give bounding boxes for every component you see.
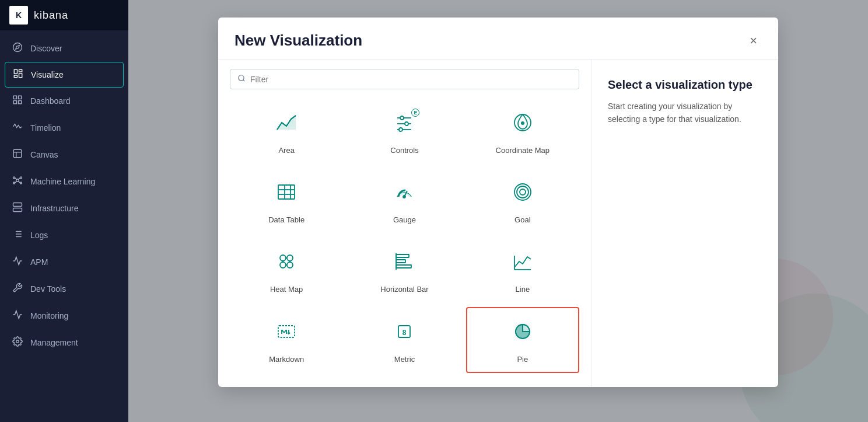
viz-label-controls: Controls (390, 146, 418, 155)
svg-rect-10 (13, 149, 22, 158)
viz-label-heat-map: Heat Map (270, 285, 303, 294)
canvas-icon (12, 148, 23, 161)
sidebar-item-infrastructure[interactable]: Infrastructure (0, 195, 128, 222)
svg-point-53 (520, 189, 526, 195)
sidebar-label-canvas: Canvas (30, 150, 58, 159)
viz-item-heat-map[interactable]: Heat Map (230, 238, 343, 302)
list-icon (12, 229, 23, 242)
kibana-logo-icon: K (9, 6, 28, 25)
modal-header: New Visualization × (218, 18, 778, 60)
modal-title: New Visualization (235, 32, 362, 50)
svg-point-0 (13, 43, 22, 52)
viz-label-coordinate-map: Coordinate Map (496, 146, 550, 155)
viz-item-horizontal-bar[interactable]: Horizontal Bar (348, 238, 461, 302)
svg-point-41 (399, 128, 402, 131)
metric-icon-wrap: 8 (393, 320, 416, 350)
sidebar-item-discover[interactable]: Discover (0, 35, 128, 62)
viz-item-markdown[interactable]: Markdown (230, 307, 343, 373)
coordinate-map-icon-wrap (511, 111, 534, 141)
sidebar-label-logs: Logs (30, 231, 48, 240)
sidebar-item-devtools[interactable]: Dev Tools (0, 275, 128, 302)
viz-item-pie[interactable]: Pie (466, 307, 579, 373)
goal-icon-wrap (511, 180, 534, 211)
monitor-icon (12, 309, 23, 322)
svg-marker-1 (16, 46, 19, 49)
viz-item-area[interactable]: Area (230, 99, 343, 163)
viz-item-coordinate-map[interactable]: Coordinate Map (466, 99, 579, 163)
sidebar-item-logs[interactable]: Logs (0, 222, 128, 249)
svg-line-18 (15, 178, 17, 180)
gauge-icon-wrap (393, 180, 416, 211)
viz-label-area: Area (278, 146, 294, 155)
sidebar-item-machine-learning[interactable]: Machine Learning (0, 168, 128, 195)
sidebar-label-visualize: Visualize (31, 70, 64, 79)
viz-label-pie: Pie (517, 355, 528, 364)
sidebar-label-timelion: Timelion (30, 123, 61, 132)
viz-grid: Area (218, 99, 591, 378)
sidebar-label-apm: APM (30, 257, 48, 267)
controls-icon-wrap: E (393, 111, 416, 141)
svg-rect-7 (19, 96, 22, 99)
viz-label-markdown: Markdown (269, 355, 304, 364)
filter-input[interactable] (250, 75, 572, 84)
sidebar-label-infrastructure: Infrastructure (30, 204, 78, 213)
svg-point-39 (405, 122, 408, 125)
svg-point-32 (16, 340, 19, 343)
sidebar-item-canvas[interactable]: Canvas (0, 141, 128, 168)
horizontal-bar-icon-wrap (393, 250, 416, 280)
svg-rect-6 (13, 96, 16, 99)
heat-map-icon-wrap (275, 250, 298, 280)
ml-icon (12, 175, 23, 188)
svg-rect-4 (19, 74, 22, 78)
viz-label-goal: Goal (514, 215, 530, 224)
svg-line-21 (19, 182, 20, 183)
viz-row-1: Area (230, 99, 579, 163)
sidebar-item-monitoring[interactable]: Monitoring (0, 302, 128, 329)
viz-item-controls[interactable]: E Controls (348, 99, 461, 163)
viz-panel: Area (218, 60, 592, 387)
svg-rect-64 (396, 265, 411, 268)
sidebar-item-visualize[interactable]: Visualize (5, 62, 124, 88)
viz-item-metric[interactable]: 8 Metric (348, 307, 461, 373)
svg-line-19 (19, 178, 20, 180)
sidebar-item-dashboard[interactable]: Dashboard (0, 88, 128, 114)
svg-point-43 (521, 121, 524, 125)
modal-close-button[interactable]: × (745, 32, 762, 50)
svg-point-15 (20, 177, 22, 179)
modal-overlay: New Visualization × (128, 0, 868, 422)
svg-rect-44 (278, 185, 295, 199)
sidebar-label-devtools: Dev Tools (30, 284, 66, 294)
main-content: New Visualization × (128, 0, 868, 422)
data-table-icon-wrap (275, 180, 298, 211)
svg-point-56 (280, 262, 286, 268)
info-panel: Select a visualization type Start creati… (592, 60, 778, 387)
search-icon (237, 74, 246, 84)
viz-row-3: Heat Map (230, 238, 579, 302)
viz-row-4: Markdown 8 Metric (230, 307, 579, 373)
area-icon-wrap (275, 111, 298, 141)
viz-item-gauge[interactable]: Gauge (348, 168, 461, 233)
sidebar-label-dashboard: Dashboard (30, 96, 71, 106)
svg-rect-22 (13, 203, 22, 207)
wrench-icon (12, 283, 23, 295)
viz-search-bar[interactable] (230, 69, 579, 89)
svg-rect-63 (396, 260, 405, 263)
compass-icon (12, 42, 23, 55)
svg-text:8: 8 (402, 329, 407, 337)
sidebar-item-management[interactable]: Management (0, 329, 128, 356)
grid-icon (12, 95, 23, 107)
viz-item-data-table[interactable]: Data Table (230, 168, 343, 233)
kibana-logo-text: kibana (34, 9, 68, 22)
svg-point-17 (20, 182, 22, 184)
svg-rect-5 (14, 75, 17, 78)
sidebar-item-timelion[interactable]: Timelion (0, 114, 128, 141)
new-visualization-modal: New Visualization × (218, 18, 778, 387)
viz-item-goal[interactable]: Goal (466, 168, 579, 233)
svg-point-14 (13, 177, 15, 179)
sidebar-item-apm[interactable]: APM (0, 249, 128, 275)
viz-item-line[interactable]: Line (466, 238, 579, 302)
svg-rect-23 (13, 208, 22, 212)
svg-rect-9 (19, 101, 22, 104)
sidebar-nav: Discover Visualize Dashboard Timelion Ca (0, 30, 128, 422)
controls-badge: E (411, 109, 419, 117)
